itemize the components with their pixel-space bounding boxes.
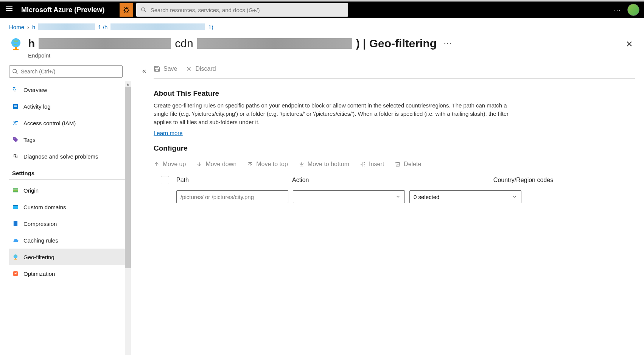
arrow-bottom-icon <box>299 161 305 167</box>
chevron-down-icon <box>395 194 401 199</box>
custom-domains-icon <box>12 204 19 210</box>
svg-rect-4 <box>13 49 19 50</box>
table-header: Path Action Country/Region codes <box>154 176 635 184</box>
breadcrumb-home[interactable]: Home <box>9 24 24 30</box>
scrollbar-thumb[interactable] <box>125 87 131 268</box>
overview-icon <box>12 86 19 93</box>
svg-rect-22 <box>14 221 17 226</box>
svg-rect-11 <box>14 106 17 107</box>
caching-rules-icon <box>12 237 19 244</box>
origin-icon <box>12 187 19 194</box>
arrow-up-icon <box>154 161 160 167</box>
breadcrumb-sep: › <box>27 24 29 30</box>
configure-heading: Configure <box>154 144 635 152</box>
top-bar: Microsoft Azure (Preview) ⋯ <box>0 0 644 18</box>
sidebar-item-custom-domains[interactable]: Custom domains <box>9 199 126 215</box>
user-avatar[interactable] <box>627 4 639 16</box>
sidebar-item-tags[interactable]: Tags <box>9 131 126 148</box>
redacted-text <box>197 38 352 49</box>
move-bottom-button[interactable]: Move to bottom <box>299 161 349 168</box>
column-path: Path <box>176 177 292 184</box>
svg-point-5 <box>13 69 16 73</box>
svg-point-15 <box>15 156 16 157</box>
select-all-checkbox[interactable] <box>161 176 169 184</box>
svg-rect-7 <box>13 89 14 90</box>
page-title: ) | Geo-filtering <box>356 37 437 50</box>
optimization-icon <box>12 270 19 277</box>
sidebar-item-overview[interactable]: Overview <box>9 81 126 98</box>
svg-rect-20 <box>13 205 18 206</box>
sidebar-item-compression[interactable]: Compression <box>9 215 126 232</box>
feedback-button[interactable] <box>120 3 133 17</box>
path-input[interactable] <box>176 190 288 203</box>
svg-point-0 <box>124 8 128 12</box>
svg-point-1 <box>142 8 145 11</box>
action-select[interactable] <box>293 190 405 203</box>
more-actions-button[interactable]: ⋯ <box>614 6 621 14</box>
insert-button[interactable]: Insert <box>360 161 384 168</box>
svg-point-2 <box>11 38 20 47</box>
discard-button[interactable]: Discard <box>185 65 216 72</box>
redacted-text <box>110 23 205 30</box>
sidebar: « ▲ Overview Activity log Access control… <box>9 65 131 355</box>
tags-icon <box>12 136 19 143</box>
move-up-button[interactable]: Move up <box>154 161 186 168</box>
move-top-button[interactable]: Move to top <box>247 161 288 168</box>
compression-icon <box>12 220 19 227</box>
discard-icon <box>185 65 192 72</box>
chevron-down-icon <box>512 194 517 199</box>
sidebar-item-caching-rules[interactable]: Caching rules <box>9 232 126 249</box>
column-action: Action <box>292 177 412 184</box>
row-toolbar: Move up Move down Move to top Move to bo… <box>154 161 635 168</box>
brand-label: Microsoft Azure (Preview) <box>21 6 104 14</box>
table-row: 0 selected <box>154 190 635 203</box>
toolbar: Save Discard <box>154 65 635 79</box>
delete-button[interactable]: Delete <box>395 161 421 168</box>
column-country: Country/Region codes <box>412 177 635 184</box>
geo-filtering-icon <box>12 254 19 260</box>
redacted-text <box>39 38 171 49</box>
resource-type-label: Endpoint <box>28 52 618 59</box>
country-select[interactable]: 0 selected <box>409 190 521 203</box>
svg-rect-16 <box>13 188 18 190</box>
sidebar-item-geo-filtering[interactable]: Geo-filtering <box>9 249 126 265</box>
bug-icon <box>123 6 130 14</box>
sidebar-item-origin[interactable]: Origin <box>9 182 126 199</box>
svg-point-13 <box>16 121 17 122</box>
global-search-input[interactable] <box>151 7 344 13</box>
delete-icon <box>395 161 401 167</box>
sidebar-item-optimization[interactable]: Optimization <box>9 265 126 282</box>
save-icon <box>154 65 160 72</box>
sidebar-item-activity-log[interactable]: Activity log <box>9 98 126 115</box>
move-down-button[interactable]: Move down <box>196 161 236 168</box>
search-icon <box>141 7 146 13</box>
insert-icon <box>360 161 366 167</box>
svg-rect-6 <box>13 87 15 88</box>
hamburger-menu[interactable] <box>5 5 14 14</box>
global-search[interactable] <box>136 3 348 17</box>
sidebar-search-input[interactable] <box>9 65 123 78</box>
globe-icon <box>9 37 23 51</box>
scroll-up-arrow[interactable]: ▲ <box>126 82 130 86</box>
arrow-top-icon <box>247 161 253 167</box>
activity-log-icon <box>12 103 19 110</box>
svg-point-23 <box>14 254 18 258</box>
svg-rect-24 <box>15 258 16 259</box>
svg-rect-3 <box>15 47 17 49</box>
learn-more-link[interactable]: Learn more <box>154 130 183 136</box>
save-button[interactable]: Save <box>154 65 177 72</box>
title-more-button[interactable]: ⋯ <box>443 39 453 48</box>
search-icon <box>12 68 18 75</box>
breadcrumb: Home › h 1 /h 1) <box>9 23 635 30</box>
close-button[interactable]: ✕ <box>624 37 635 51</box>
access-control-icon <box>12 120 19 126</box>
sidebar-section-settings: Settings <box>9 165 126 180</box>
sidebar-item-access-control[interactable]: Access control (IAM) <box>9 115 126 131</box>
sidebar-item-diagnose[interactable]: Diagnose and solve problems <box>9 148 126 165</box>
arrow-down-icon <box>196 161 202 167</box>
svg-rect-10 <box>14 105 17 106</box>
svg-rect-8 <box>15 89 16 90</box>
diagnose-icon <box>12 153 19 160</box>
svg-point-12 <box>14 121 16 123</box>
svg-rect-17 <box>13 190 18 191</box>
